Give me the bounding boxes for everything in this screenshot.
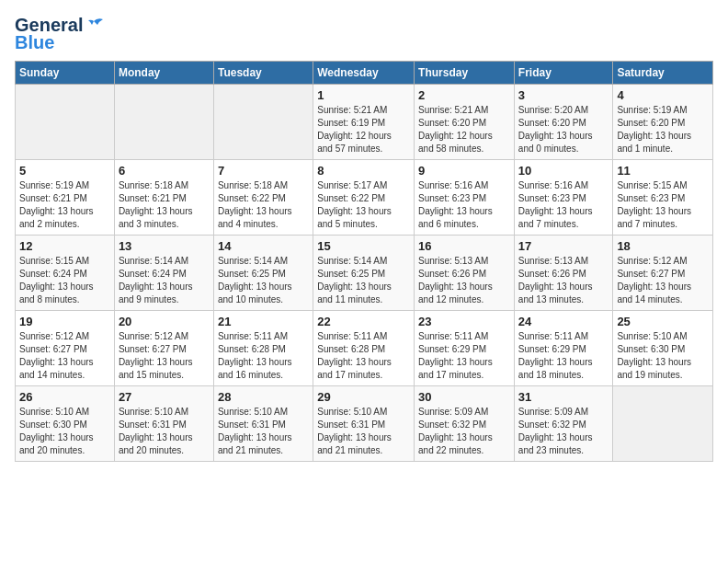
day-info: Sunrise: 5:13 AM Sunset: 6:26 PM Dayligh… (518, 255, 609, 306)
day-cell (213, 85, 313, 160)
day-info: Sunrise: 5:17 AM Sunset: 6:22 PM Dayligh… (317, 179, 410, 231)
day-number: 8 (317, 164, 410, 178)
day-number: 6 (119, 164, 210, 178)
day-info: Sunrise: 5:10 AM Sunset: 6:31 PM Dayligh… (317, 406, 410, 457)
day-cell: 11Sunrise: 5:15 AM Sunset: 6:23 PM Dayli… (613, 160, 713, 236)
col-header-sunday: Sunday (16, 62, 115, 85)
day-info: Sunrise: 5:14 AM Sunset: 6:24 PM Dayligh… (119, 255, 210, 306)
day-info: Sunrise: 5:12 AM Sunset: 6:27 PM Dayligh… (617, 255, 709, 306)
calendar-table: SundayMondayTuesdayWednesdayThursdayFrid… (15, 61, 713, 462)
day-info: Sunrise: 5:11 AM Sunset: 6:29 PM Dayligh… (418, 330, 510, 382)
day-info: Sunrise: 5:15 AM Sunset: 6:23 PM Dayligh… (617, 179, 709, 231)
day-cell: 19Sunrise: 5:12 AM Sunset: 6:27 PM Dayli… (16, 311, 115, 386)
day-cell: 20Sunrise: 5:12 AM Sunset: 6:27 PM Dayli… (114, 311, 213, 386)
day-number: 21 (218, 315, 309, 328)
day-number: 14 (218, 239, 309, 253)
day-info: Sunrise: 5:20 AM Sunset: 6:20 PM Dayligh… (518, 104, 609, 155)
day-info: Sunrise: 5:21 AM Sunset: 6:19 PM Dayligh… (317, 104, 410, 155)
day-info: Sunrise: 5:19 AM Sunset: 6:21 PM Dayligh… (19, 179, 110, 231)
day-cell (114, 85, 213, 160)
day-cell: 23Sunrise: 5:11 AM Sunset: 6:29 PM Dayli… (415, 311, 515, 386)
day-info: Sunrise: 5:11 AM Sunset: 6:28 PM Dayligh… (218, 330, 309, 382)
day-number: 22 (317, 315, 410, 328)
day-cell: 14Sunrise: 5:14 AM Sunset: 6:25 PM Dayli… (213, 236, 313, 311)
week-row-2: 5Sunrise: 5:19 AM Sunset: 6:21 PM Daylig… (16, 160, 713, 236)
day-cell: 27Sunrise: 5:10 AM Sunset: 6:31 PM Dayli… (114, 386, 213, 462)
day-info: Sunrise: 5:10 AM Sunset: 6:31 PM Dayligh… (119, 406, 210, 457)
day-info: Sunrise: 5:13 AM Sunset: 6:26 PM Dayligh… (418, 255, 510, 306)
col-header-friday: Friday (514, 62, 613, 85)
logo-bird-icon (85, 17, 105, 34)
day-number: 5 (19, 164, 110, 178)
day-number: 27 (119, 390, 210, 404)
day-info: Sunrise: 5:10 AM Sunset: 6:31 PM Dayligh… (218, 406, 309, 457)
week-row-5: 26Sunrise: 5:10 AM Sunset: 6:30 PM Dayli… (16, 386, 713, 462)
day-info: Sunrise: 5:18 AM Sunset: 6:22 PM Dayligh… (218, 179, 309, 231)
day-info: Sunrise: 5:09 AM Sunset: 6:32 PM Dayligh… (518, 406, 609, 457)
day-number: 7 (218, 164, 309, 178)
day-cell: 26Sunrise: 5:10 AM Sunset: 6:30 PM Dayli… (16, 386, 115, 462)
day-info: Sunrise: 5:21 AM Sunset: 6:20 PM Dayligh… (418, 104, 510, 155)
day-cell: 18Sunrise: 5:12 AM Sunset: 6:27 PM Dayli… (613, 236, 713, 311)
day-number: 16 (418, 239, 510, 253)
col-header-saturday: Saturday (613, 62, 713, 85)
day-cell: 13Sunrise: 5:14 AM Sunset: 6:24 PM Dayli… (114, 236, 213, 311)
day-info: Sunrise: 5:11 AM Sunset: 6:28 PM Dayligh… (317, 330, 410, 382)
day-cell: 25Sunrise: 5:10 AM Sunset: 6:30 PM Dayli… (613, 311, 713, 386)
col-header-thursday: Thursday (415, 62, 515, 85)
day-info: Sunrise: 5:15 AM Sunset: 6:24 PM Dayligh… (19, 255, 110, 306)
day-cell: 16Sunrise: 5:13 AM Sunset: 6:26 PM Dayli… (415, 236, 515, 311)
day-number: 12 (19, 239, 110, 253)
day-number: 19 (19, 315, 110, 328)
day-info: Sunrise: 5:09 AM Sunset: 6:32 PM Dayligh… (418, 406, 510, 457)
day-info: Sunrise: 5:18 AM Sunset: 6:21 PM Dayligh… (119, 179, 210, 231)
day-cell: 22Sunrise: 5:11 AM Sunset: 6:28 PM Dayli… (313, 311, 415, 386)
day-number: 17 (518, 239, 609, 253)
day-number: 20 (119, 315, 210, 328)
day-number: 24 (518, 315, 609, 328)
day-number: 3 (518, 88, 609, 102)
day-info: Sunrise: 5:16 AM Sunset: 6:23 PM Dayligh… (418, 179, 510, 231)
day-cell: 3Sunrise: 5:20 AM Sunset: 6:20 PM Daylig… (514, 85, 613, 160)
day-cell: 8Sunrise: 5:17 AM Sunset: 6:22 PM Daylig… (313, 160, 415, 236)
day-number: 13 (119, 239, 210, 253)
header-row: SundayMondayTuesdayWednesdayThursdayFrid… (16, 62, 713, 85)
day-cell: 9Sunrise: 5:16 AM Sunset: 6:23 PM Daylig… (415, 160, 515, 236)
day-number: 9 (418, 164, 510, 178)
day-number: 1 (317, 88, 410, 102)
day-cell: 31Sunrise: 5:09 AM Sunset: 6:32 PM Dayli… (514, 386, 613, 462)
week-row-3: 12Sunrise: 5:15 AM Sunset: 6:24 PM Dayli… (16, 236, 713, 311)
day-number: 15 (317, 239, 410, 253)
day-number: 31 (518, 390, 609, 404)
day-cell: 5Sunrise: 5:19 AM Sunset: 6:21 PM Daylig… (16, 160, 115, 236)
logo-blue: Blue (15, 32, 54, 53)
day-cell: 10Sunrise: 5:16 AM Sunset: 6:23 PM Dayli… (514, 160, 613, 236)
day-number: 2 (418, 88, 510, 102)
day-cell: 24Sunrise: 5:11 AM Sunset: 6:29 PM Dayli… (514, 311, 613, 386)
day-number: 26 (19, 390, 110, 404)
day-info: Sunrise: 5:12 AM Sunset: 6:27 PM Dayligh… (19, 330, 110, 382)
day-cell: 17Sunrise: 5:13 AM Sunset: 6:26 PM Dayli… (514, 236, 613, 311)
day-number: 29 (317, 390, 410, 404)
page-header: General Blue (15, 15, 713, 53)
day-info: Sunrise: 5:16 AM Sunset: 6:23 PM Dayligh… (518, 179, 609, 231)
day-info: Sunrise: 5:10 AM Sunset: 6:30 PM Dayligh… (617, 330, 709, 382)
day-cell: 7Sunrise: 5:18 AM Sunset: 6:22 PM Daylig… (213, 160, 313, 236)
day-number: 28 (218, 390, 309, 404)
day-number: 10 (518, 164, 609, 178)
day-cell: 29Sunrise: 5:10 AM Sunset: 6:31 PM Dayli… (313, 386, 415, 462)
day-number: 30 (418, 390, 510, 404)
day-number: 23 (418, 315, 510, 328)
day-number: 25 (617, 315, 709, 328)
day-cell (613, 386, 713, 462)
day-number: 18 (617, 239, 709, 253)
day-info: Sunrise: 5:14 AM Sunset: 6:25 PM Dayligh… (218, 255, 309, 306)
day-cell: 15Sunrise: 5:14 AM Sunset: 6:25 PM Dayli… (313, 236, 415, 311)
day-cell: 1Sunrise: 5:21 AM Sunset: 6:19 PM Daylig… (313, 85, 415, 160)
day-cell: 12Sunrise: 5:15 AM Sunset: 6:24 PM Dayli… (16, 236, 115, 311)
day-cell: 30Sunrise: 5:09 AM Sunset: 6:32 PM Dayli… (415, 386, 515, 462)
day-cell: 21Sunrise: 5:11 AM Sunset: 6:28 PM Dayli… (213, 311, 313, 386)
week-row-1: 1Sunrise: 5:21 AM Sunset: 6:19 PM Daylig… (16, 85, 713, 160)
logo: General Blue (15, 15, 105, 53)
day-info: Sunrise: 5:10 AM Sunset: 6:30 PM Dayligh… (19, 406, 110, 457)
